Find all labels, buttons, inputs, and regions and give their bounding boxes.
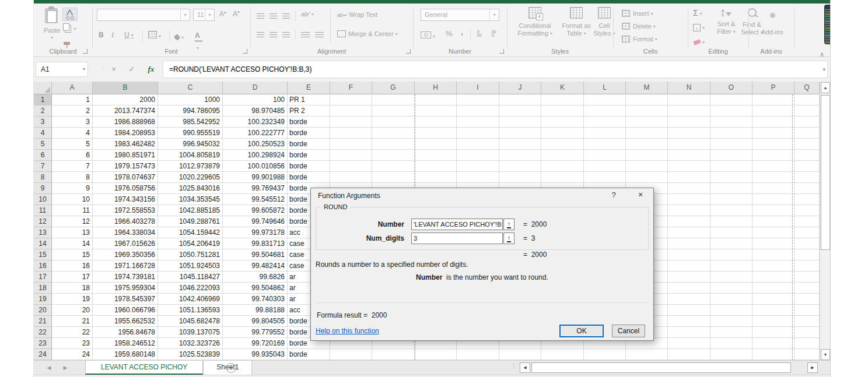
cell-M3[interactable] [626,117,668,128]
cell-N8[interactable] [668,172,710,183]
format-as-table-button[interactable]: Format as Table [560,7,593,49]
cell-O9[interactable] [710,183,752,194]
cell-B9[interactable]: 1976.058756 [93,183,158,194]
cell-M2[interactable] [626,105,668,117]
row-header-16[interactable]: 16 [34,260,52,272]
cell-M4[interactable] [626,128,668,139]
cell-E3[interactable]: borde [288,117,330,128]
name-box[interactable]: A1 ▾ [36,62,88,77]
cell-G1[interactable] [372,94,415,105]
row-header-10[interactable]: 10 [34,194,52,205]
cell-C20[interactable]: 1051.136593 [158,305,223,316]
cell-C23[interactable]: 1032.323726 [158,338,223,349]
cell-G4[interactable] [372,128,415,139]
align-left-button[interactable] [257,29,264,40]
cell-H4[interactable] [415,128,457,139]
insert-function-button[interactable]: fx [144,62,158,77]
cell-A18[interactable]: 18 [52,283,93,294]
format-cells-button[interactable]: Format [622,36,657,43]
fill-down-button[interactable]: ↓ [693,22,705,32]
cell-E6[interactable]: borde [288,150,330,161]
cell-N24[interactable] [668,349,710,360]
row-header-13[interactable]: 13 [34,227,52,238]
cell-A12[interactable]: 12 [52,216,93,227]
cell-N5[interactable] [668,139,710,150]
cell-B19[interactable]: 1978.545397 [93,294,158,305]
help-on-function-link[interactable]: Help on this function [316,327,379,335]
cell-O12[interactable] [710,216,752,227]
cell-M8[interactable] [626,172,668,183]
column-header-E[interactable]: E [288,82,330,94]
cell-O23[interactable] [710,338,752,349]
row-header-7[interactable]: 7 [34,161,52,172]
cell-K2[interactable] [541,105,584,117]
sort-filter-button[interactable]: AZ Sort & Filter [713,8,740,36]
autosum-button[interactable]: Σ [693,8,702,17]
cell-A1[interactable]: 1 [52,94,93,105]
cell-F24[interactable] [330,349,372,360]
cell-O24[interactable] [710,349,752,360]
cell-L5[interactable] [584,139,626,150]
cell-P8[interactable] [752,172,794,183]
cell-C13[interactable]: 1054.159442 [158,227,223,238]
cell-O3[interactable] [710,117,752,128]
cell-G7[interactable] [372,161,415,172]
cell-C17[interactable]: 1045.118427 [158,272,223,283]
cell-D15[interactable]: 99.504681 [223,249,288,260]
column-header-B[interactable]: B [93,82,158,94]
cell-K6[interactable] [541,150,584,161]
column-header-C[interactable]: C [158,82,223,94]
cell-N16[interactable] [668,260,710,272]
cell-B18[interactable]: 1975.959304 [93,283,158,294]
increase-decimal-button[interactable]: .0.00 [476,30,482,37]
cell-B24[interactable]: 1959.680148 [93,349,158,360]
cell-C19[interactable]: 1042.406969 [158,294,223,305]
increase-indent-button[interactable] [315,29,324,40]
cell-O1[interactable] [710,94,752,105]
cell-J5[interactable] [499,139,541,150]
wrap-text-button[interactable]: ab↵ Wrap Text [337,11,377,18]
formula-bar-expand-icon[interactable]: ▾ [822,62,825,77]
cell-C4[interactable]: 990.955519 [158,128,223,139]
sheet-nav-right-icon[interactable]: ▶ [60,361,71,375]
cell-A5[interactable]: 5 [52,139,93,150]
cell-E5[interactable]: borde [288,139,330,150]
cell-C11[interactable]: 1042.885185 [158,205,223,216]
delete-cells-button[interactable]: Delete [622,23,656,30]
add-ins-button[interactable]: Add-ins [751,8,794,36]
cell-A16[interactable]: 16 [52,260,93,272]
align-center-button[interactable] [270,29,277,40]
row-header-2[interactable]: 2 [34,105,52,117]
column-header-M[interactable]: M [626,82,668,94]
cell-M6[interactable] [626,150,668,161]
cell-I4[interactable] [457,128,499,139]
cell-P24[interactable] [752,349,794,360]
hscroll-right-button[interactable]: ▶ [807,362,818,373]
orientation-button[interactable]: ab⁄ [301,10,313,17]
cell-J4[interactable] [499,128,541,139]
formula-bar-splitter[interactable]: ⋮ [100,64,106,71]
cell-O17[interactable] [710,272,752,283]
cell-H6[interactable] [415,150,457,161]
cell-A10[interactable]: 10 [52,194,93,205]
cell-L24[interactable] [584,349,626,360]
number-format-dropdown-icon[interactable]: ▾ [489,9,499,20]
cell-B17[interactable]: 1974.739181 [93,272,158,283]
cell-D24[interactable]: 99.935043 [223,349,288,360]
cell-C15[interactable]: 1050.751281 [158,249,223,260]
cell-N12[interactable] [668,216,710,227]
cell-C22[interactable]: 1039.137075 [158,327,223,338]
cell-D7[interactable]: 100.010856 [223,161,288,172]
font-size-combo[interactable]: 11 ▾ [193,9,215,21]
cell-D6[interactable]: 100.298924 [223,150,288,161]
cell-H5[interactable] [415,139,457,150]
tab-scroll-splitter[interactable]: ⋮ [511,362,517,369]
cell-N17[interactable] [668,272,710,283]
cell-O16[interactable] [710,260,752,272]
cell-B14[interactable]: 1967.015626 [93,238,158,249]
cell-D1[interactable]: 100 [223,94,288,105]
cell-F4[interactable] [330,128,372,139]
cell-Q3[interactable] [794,117,820,128]
cell-O2[interactable] [710,105,752,117]
cell-P16[interactable] [752,260,794,272]
